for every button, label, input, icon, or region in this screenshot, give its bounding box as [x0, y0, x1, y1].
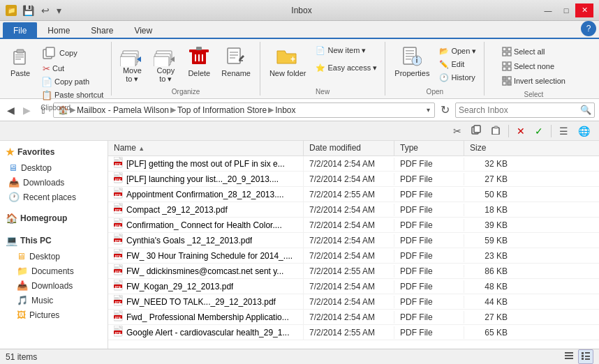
- help-button[interactable]: ?: [581, 21, 596, 36]
- favorites-header[interactable]: ★ Favorites: [0, 144, 108, 160]
- svg-rect-45: [508, 77, 511, 80]
- sidebar-item-desktop-1[interactable]: 🖥 Desktop: [0, 160, 108, 175]
- file-name: [PLF] getting the most out of PLF in six…: [126, 159, 285, 169]
- select-none-button[interactable]: Select none: [498, 59, 569, 73]
- rename-icon: [225, 45, 247, 68]
- address-path[interactable]: 🏠 ▶ Mailbox - Pamela Wilson ▶ Top of Inf…: [53, 103, 435, 118]
- spacer-1: [0, 204, 108, 210]
- copy-button[interactable]: Copy: [38, 45, 107, 61]
- paste-button[interactable]: Paste: [4, 42, 36, 84]
- tab-share[interactable]: Share: [80, 22, 124, 38]
- table-row[interactable]: PDF FW_NEED TO TALK..._29_12_2013.pdf 7/…: [108, 294, 599, 310]
- sidebar-item-downloads-2[interactable]: 📥 Downloads: [0, 278, 108, 293]
- list-view-button[interactable]: [578, 349, 593, 364]
- paste-icon: [9, 45, 31, 68]
- breadcrumb-inbox: Inbox: [275, 105, 295, 115]
- toolbar-copy-button[interactable]: [468, 123, 485, 139]
- table-row[interactable]: PDF FW_ 30 Hour Training Schedule for 20…: [108, 248, 599, 264]
- sidebar-item-pictures[interactable]: 🖼 Pictures: [0, 308, 108, 322]
- sidebar-item-documents[interactable]: 📁 Documents: [0, 264, 108, 278]
- quick-undo-btn[interactable]: ↩: [38, 3, 52, 17]
- edit-button[interactable]: ✏️ Edit: [436, 58, 480, 70]
- this-pc-header[interactable]: 💻 This PC: [0, 232, 108, 249]
- minimize-button[interactable]: —: [539, 3, 557, 17]
- quick-save-btn[interactable]: 💾: [20, 3, 37, 17]
- copy-to-icon: [153, 45, 178, 66]
- rename-button[interactable]: Rename: [216, 42, 256, 84]
- table-row[interactable]: PDF Compact _29_12_2013.pdf 7/2/2014 2:5…: [108, 202, 599, 218]
- svg-rect-51: [494, 126, 498, 128]
- sidebar-item-desktop-2[interactable]: 🖥 Desktop: [0, 249, 108, 264]
- pdf-icon: PDF: [114, 310, 124, 324]
- new-content: + New folder 📄 New item ▾ ⭐ Easy access …: [265, 42, 380, 85]
- file-date-cell: 7/2/2014 2:55 AM: [304, 188, 394, 201]
- table-row[interactable]: PDF [PLF] getting the most out of PLF in…: [108, 156, 599, 172]
- toolbar-sep-1: [508, 125, 509, 137]
- refresh-button[interactable]: ↻: [438, 102, 452, 118]
- sidebar-item-label-music: Music: [31, 296, 53, 305]
- file-date-cell: 7/2/2014 2:54 AM: [304, 250, 394, 262]
- title-bar-left: 📁 💾 ↩ ▾: [6, 3, 64, 17]
- sidebar-item-label-pictures: Pictures: [29, 310, 59, 320]
- svg-rect-13: [154, 56, 169, 66]
- path-dropdown-arrow: ▾: [427, 106, 430, 114]
- close-button[interactable]: ✕: [575, 3, 593, 17]
- col-date[interactable]: Date modified: [304, 141, 394, 156]
- file-date-cell: 7/2/2014 2:54 AM: [304, 280, 394, 293]
- maximize-button[interactable]: □: [557, 3, 575, 17]
- cut-button[interactable]: ✂ Cut: [38, 62, 107, 75]
- properties-label: Properties: [394, 69, 429, 77]
- table-row[interactable]: PDF FW_ ddickinsmines@comcast.net sent y…: [108, 264, 599, 279]
- homegroup-header[interactable]: 🏠 Homegroup: [0, 210, 108, 227]
- svg-rect-31: [406, 56, 414, 57]
- sidebar-item-recent[interactable]: 🕐 Recent places: [0, 190, 108, 204]
- sidebar-item-music[interactable]: 🎵 Music: [0, 293, 108, 308]
- table-row[interactable]: PDF Cynthia's Goals _12_12_2013.pdf 7/2/…: [108, 233, 599, 248]
- move-to-label: Moveto ▾: [123, 66, 142, 84]
- table-row[interactable]: PDF Fwd_ Professional Membership Applica…: [108, 310, 599, 325]
- copy-to-button[interactable]: Copyto ▾: [149, 42, 182, 84]
- new-folder-button[interactable]: + New folder: [265, 42, 311, 84]
- search-box: 🔍: [455, 103, 595, 118]
- open-button[interactable]: 📂 Open ▾: [436, 45, 480, 57]
- favorites-label: Favorites: [17, 147, 54, 157]
- toolbar-cut-button[interactable]: ✂: [450, 123, 465, 139]
- toolbar-check-button[interactable]: ✓: [531, 123, 547, 139]
- file-date-cell: 7/2/2014 2:55 AM: [304, 265, 394, 278]
- quick-dropdown-btn[interactable]: ▾: [54, 3, 64, 17]
- table-row[interactable]: PDF FW_Kogan_29_12_2013.pdf 7/2/2014 2:5…: [108, 279, 599, 294]
- table-row[interactable]: PDF Google Alert - cardiovascular health…: [108, 325, 599, 340]
- tab-home[interactable]: Home: [37, 22, 80, 38]
- delete-button[interactable]: Delete: [183, 42, 215, 84]
- tab-file[interactable]: File: [3, 22, 37, 38]
- copy-path-button[interactable]: 📄 Copy path: [38, 75, 107, 88]
- paste-shortcut-button[interactable]: 📋 Paste shortcut: [38, 89, 107, 101]
- col-type[interactable]: Type: [394, 141, 464, 156]
- toolbar-globe-button[interactable]: 🌐: [575, 123, 593, 139]
- table-row[interactable]: PDF Confirmation_ Connect for Health Col…: [108, 218, 599, 233]
- cut-icon: ✂: [43, 63, 50, 74]
- invert-selection-button[interactable]: Invert selection: [498, 74, 569, 88]
- details-view-button[interactable]: [561, 349, 577, 364]
- toolbar-details-button[interactable]: ☰: [556, 123, 572, 139]
- search-input[interactable]: [459, 105, 580, 115]
- table-row[interactable]: PDF Appointment Confirmation_28_12_2013.…: [108, 187, 599, 202]
- new-item-button[interactable]: 📄 New item ▾: [312, 42, 380, 59]
- move-to-button[interactable]: Moveto ▾: [116, 42, 148, 84]
- tab-view[interactable]: View: [124, 22, 163, 38]
- favorites-icon: ★: [6, 146, 15, 158]
- svg-text:PDF: PDF: [115, 301, 121, 305]
- easy-access-button[interactable]: ⭐ Easy access ▾: [312, 59, 380, 76]
- file-name: [PLF] launching your list..._20_9_2013..…: [126, 174, 279, 184]
- select-all-button[interactable]: Select all: [498, 45, 569, 59]
- toolbar-paste-button[interactable]: [487, 123, 504, 139]
- properties-button[interactable]: Properties: [390, 42, 434, 84]
- table-row[interactable]: PDF [PLF] launching your list..._20_9_20…: [108, 172, 599, 187]
- item-count: 51 items: [6, 352, 37, 362]
- toolbar-delete-button[interactable]: ✕: [513, 123, 528, 139]
- history-button[interactable]: 🕐 History: [436, 71, 480, 84]
- col-name[interactable]: Name ▲: [108, 141, 304, 156]
- svg-text:PDF: PDF: [115, 194, 121, 197]
- col-size[interactable]: Size: [464, 141, 513, 156]
- sidebar-item-downloads-1[interactable]: 📥 Downloads: [0, 175, 108, 190]
